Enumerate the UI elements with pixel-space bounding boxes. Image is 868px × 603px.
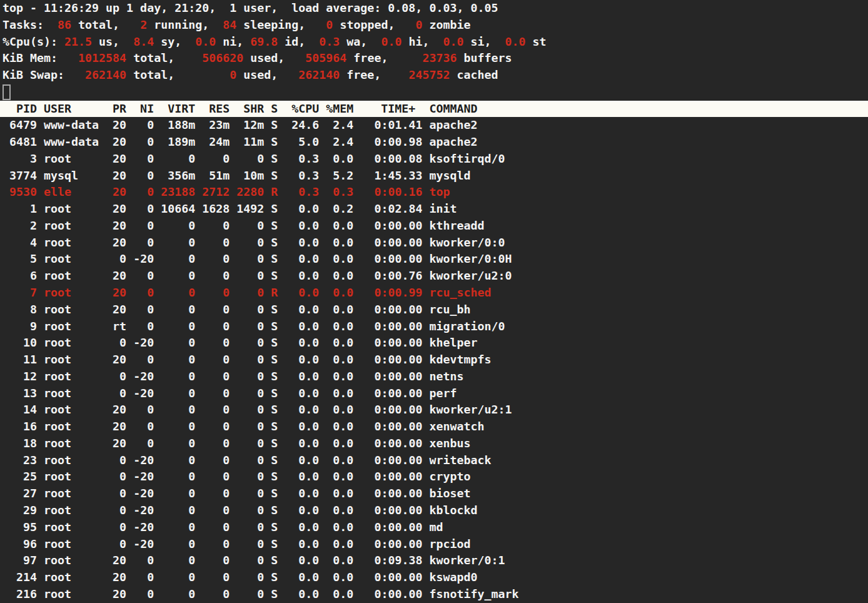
cell-cmd: kworker/0:1 [429,554,505,567]
cell-cpu: 0.0 [291,387,326,400]
cell-time: 0:00.00 [360,236,429,249]
cell-cmd: rpciod [429,537,470,550]
summary-text: us, [92,35,126,48]
terminal-screen[interactable]: top - 11:26:29 up 1 day, 21:20, 1 user, … [0,0,868,603]
cell-shr: 0 [236,387,271,400]
cell-s: S [271,470,291,483]
cell-res: 0 [202,470,236,483]
summary-value: 0.0 [436,35,463,48]
cell-shr: 0 [236,269,271,282]
cell-shr: 0 [236,236,271,249]
cell-ni: 0 [133,152,161,165]
cell-pr: 0 [106,454,133,467]
cell-pid: 12 [3,370,44,383]
cell-mem: 0.0 [326,520,360,534]
summary-value: 262140 [298,68,340,81]
process-row: 96 root 0 -20 0 0 0 S 0.0 0.0 0:00.00 rp… [0,536,868,553]
cell-virt: 10664 [161,202,202,215]
cell-res: 0 [202,353,236,366]
cell-user: root [44,454,106,467]
cell-s: R [271,286,291,299]
cell-time: 0:00.00 [360,487,429,500]
cell-res: 0 [202,437,236,450]
process-row: 214 root 20 0 0 0 0 S 0.0 0.0 0:00.00 ks… [0,569,868,586]
cell-cpu: 0.0 [291,554,326,567]
cell-time: 0:00.00 [360,303,429,316]
cell-user: root [44,587,106,600]
cell-pid: 5 [3,252,44,265]
cell-shr: 0 [236,537,271,550]
cell-user: root [44,269,106,282]
cell-time: 0:00.76 [360,269,429,282]
cell-time: 0:00.08 [360,152,429,165]
cell-time: 0:00.00 [360,336,429,349]
cell-virt: 0 [161,470,202,483]
cell-time: 0:02.84 [360,202,429,215]
cell-user: root [44,487,106,500]
cell-shr: 0 [236,454,271,467]
cell-virt: 188m [161,118,202,131]
cell-pid: 6 [3,269,44,282]
cpu-line: %Cpu(s): 21.5 us, 8.4 sy, 0.0 ni, 69.8 i… [0,34,868,51]
cell-s: S [271,303,291,316]
cell-cmd: mysqld [429,169,470,182]
cell-cpu: 0.0 [291,202,326,215]
cell-cpu: 0.0 [291,520,326,534]
cell-ni: 0 [133,219,161,232]
cell-res: 0 [202,504,236,517]
cell-res: 0 [202,570,236,584]
cell-res: 0 [202,387,236,400]
cell-pid: 214 [3,570,44,584]
cell-cmd: kworker/0:0 [429,236,505,249]
cell-cmd: top [429,185,450,198]
cell-shr: 0 [236,353,271,366]
process-row: 6479 www-data 20 0 188m 23m 12m S 24.6 2… [0,117,868,134]
process-row: 9 root rt 0 0 0 0 S 0.0 0.0 0:00.00 migr… [0,318,868,335]
cell-shr: 0 [236,420,271,433]
cell-res: 0 [202,487,236,500]
cell-ni: 0 [133,185,161,198]
cell-cpu: 0.0 [291,252,326,265]
cell-shr: 0 [236,370,271,383]
cell-pr: 20 [106,118,133,131]
cell-shr: 0 [236,152,271,165]
process-row: 8 root 20 0 0 0 0 S 0.0 0.0 0:00.00 rcu_… [0,302,868,318]
cell-shr: 0 [236,587,271,600]
cell-shr: 1492 [236,202,271,215]
cell-pid: 10 [3,336,44,349]
cell-virt: 0 [161,219,202,232]
cell-ni: -20 [133,487,161,500]
cell-res: 0 [202,537,236,550]
summary-value: 245752 [408,68,450,81]
cell-pid: 25 [3,470,44,483]
process-row: 1 root 20 0 10664 1628 1492 S 0.0 0.2 0:… [0,201,868,218]
cell-pr: 0 [106,537,133,550]
cell-cpu: 0.0 [291,286,326,299]
cell-user: www-data [44,135,106,148]
cell-pid: 11 [3,353,44,366]
process-row: 12 root 0 -20 0 0 0 S 0.0 0.0 0:00.00 ne… [0,368,868,385]
cell-cpu: 0.0 [291,303,326,316]
cell-mem: 0.0 [326,587,360,600]
cell-time: 0:00.00 [360,537,429,550]
cell-virt: 0 [161,520,202,534]
cell-cpu: 0.3 [291,152,326,165]
cell-pid: 8 [3,303,44,316]
cell-cpu: 0.3 [291,185,326,198]
process-row: 29 root 0 -20 0 0 0 S 0.0 0.0 0:00.00 kb… [0,502,868,519]
process-table-header: PID USER PR NI VIRT RES SHR S %CPU %MEM … [0,101,868,118]
cell-res: 23m [202,118,236,131]
cell-res: 24m [202,135,236,148]
cell-shr: 0 [236,403,271,416]
cell-mem: 0.0 [326,353,360,366]
cell-user: root [44,303,106,316]
cell-time: 0:00.00 [360,219,429,232]
cell-s: S [271,537,291,550]
cell-shr: 11m [236,135,271,148]
summary-text: %Cpu(s): [3,35,64,48]
cell-s: S [271,169,291,182]
cell-virt: 0 [161,437,202,450]
cell-ni: 0 [133,202,161,215]
cell-s: S [271,219,291,232]
cell-virt: 189m [161,135,202,148]
